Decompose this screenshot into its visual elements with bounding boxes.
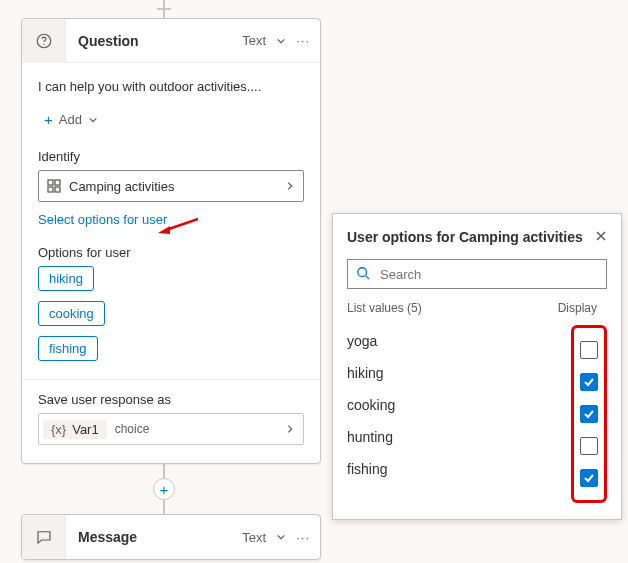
svg-rect-5 xyxy=(55,187,60,192)
more-icon[interactable]: ··· xyxy=(296,33,310,48)
svg-rect-2 xyxy=(48,180,53,185)
identify-label: Identify xyxy=(38,149,304,164)
display-column-label: Display xyxy=(558,301,597,315)
display-checkbox-column xyxy=(580,334,598,494)
flow-connector-tick xyxy=(157,8,171,10)
message-output-type[interactable]: Text xyxy=(242,530,266,545)
identify-entity-name: Camping activities xyxy=(69,179,285,194)
question-card-header: Question Text ··· xyxy=(22,19,320,63)
svg-rect-3 xyxy=(55,180,60,185)
display-checkbox[interactable] xyxy=(580,405,598,423)
search-icon xyxy=(356,266,370,283)
question-output-type[interactable]: Text xyxy=(242,33,266,48)
add-node-button[interactable]: + xyxy=(153,478,175,500)
variable-pill: {x} Var1 xyxy=(43,420,107,439)
variable-name: Var1 xyxy=(72,422,99,437)
annotation-highlight-box xyxy=(571,325,607,503)
panel-title: User options for Camping activities xyxy=(347,229,583,245)
option-chip[interactable]: fishing xyxy=(38,336,98,361)
user-options-panel: User options for Camping activities List… xyxy=(332,213,622,520)
option-chip[interactable]: hiking xyxy=(38,266,94,291)
options-for-user-label: Options for user xyxy=(38,245,304,260)
list-item-label: cooking xyxy=(347,389,571,421)
list-item-label: yoga xyxy=(347,325,571,357)
add-button-label: Add xyxy=(59,112,82,127)
divider xyxy=(22,379,320,380)
list-item-label: fishing xyxy=(347,453,571,485)
variable-type: choice xyxy=(115,422,285,436)
svg-line-9 xyxy=(366,275,370,279)
plus-icon: + xyxy=(44,112,53,127)
svg-point-1 xyxy=(43,43,44,44)
chevron-right-icon xyxy=(285,424,295,434)
message-card-header: Message Text ··· xyxy=(22,515,320,559)
question-icon xyxy=(22,19,66,63)
svg-rect-4 xyxy=(48,187,53,192)
save-response-label: Save user response as xyxy=(38,392,304,407)
close-icon[interactable] xyxy=(595,228,607,245)
search-input[interactable] xyxy=(378,266,598,283)
flow-connector xyxy=(163,464,165,478)
variable-picker[interactable]: {x} Var1 choice xyxy=(38,413,304,445)
svg-point-8 xyxy=(358,267,367,276)
list-values-column: yogahikingcookinghuntingfishing xyxy=(347,325,571,485)
question-node-card[interactable]: Question Text ··· I can help you with ou… xyxy=(21,18,321,464)
display-checkbox[interactable] xyxy=(580,373,598,391)
message-card-title: Message xyxy=(66,529,242,545)
message-icon xyxy=(22,515,66,559)
list-values-label: List values (5) xyxy=(347,301,422,315)
user-options-chips: hikingcookingfishing xyxy=(38,266,304,361)
message-node-card[interactable]: Message Text ··· xyxy=(21,514,321,560)
question-card-title: Question xyxy=(66,33,242,49)
list-item-label: hiking xyxy=(347,357,571,389)
more-icon[interactable]: ··· xyxy=(296,530,310,545)
display-checkbox[interactable] xyxy=(580,341,598,359)
question-prompt-text[interactable]: I can help you with outdoor activities..… xyxy=(38,79,304,94)
option-chip[interactable]: cooking xyxy=(38,301,105,326)
list-item-label: hunting xyxy=(347,421,571,453)
variable-fx-icon: {x} xyxy=(51,422,66,437)
identify-entity-picker[interactable]: Camping activities xyxy=(38,170,304,202)
entity-grid-icon xyxy=(47,179,61,193)
chevron-down-icon[interactable] xyxy=(276,532,286,542)
select-options-link[interactable]: Select options for user xyxy=(38,212,167,227)
display-checkbox[interactable] xyxy=(580,469,598,487)
add-button[interactable]: + Add xyxy=(38,108,104,131)
chevron-right-icon xyxy=(285,181,295,191)
flow-connector xyxy=(163,500,165,514)
chevron-down-icon[interactable] xyxy=(276,36,286,46)
display-checkbox[interactable] xyxy=(580,437,598,455)
search-input-wrapper[interactable] xyxy=(347,259,607,289)
chevron-down-icon xyxy=(88,115,98,125)
